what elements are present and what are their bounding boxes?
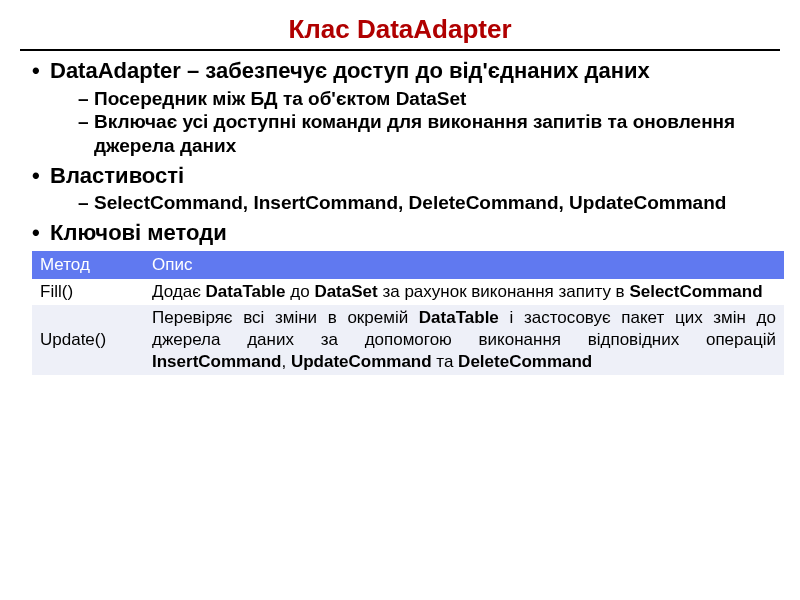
desc-bold: UpdateCommand: [291, 352, 432, 371]
bullet-item: Властивості SelectCommand, InsertCommand…: [32, 162, 786, 215]
slide-title: Клас DataAdapter: [14, 14, 786, 45]
sub-bullet-list: SelectCommand, InsertCommand, DeleteComm…: [50, 191, 786, 215]
cell-method: Fill(): [32, 279, 144, 305]
slide: Клас DataAdapter DataAdapter – забезпечу…: [0, 0, 800, 600]
desc-bold: InsertCommand: [152, 352, 281, 371]
cell-desc: Перевіряє всі зміни в окремій DataTable …: [144, 305, 784, 375]
desc-text: за рахунок виконання запиту в: [378, 282, 630, 301]
title-rule: [20, 49, 780, 51]
cell-desc: Додає DataTable до DataSet за рахунок ви…: [144, 279, 784, 305]
cell-method: Update(): [32, 305, 144, 375]
desc-text: Додає: [152, 282, 206, 301]
desc-bold: DeleteCommand: [458, 352, 592, 371]
desc-text: ,: [281, 352, 290, 371]
bullet-text: Ключові методи: [50, 220, 227, 245]
sub-bullet-item: Включає усі доступні команди для виконан…: [78, 110, 786, 158]
desc-text: до: [286, 282, 315, 301]
sub-bullet-item: Посередник між БД та об'єктом DataSet: [78, 87, 786, 111]
methods-table: Метод Опис Fill() Додає DataTable до Dat…: [32, 251, 784, 375]
table-row: Fill() Додає DataTable до DataSet за рах…: [32, 279, 784, 305]
desc-bold: DataSet: [314, 282, 377, 301]
table-header-method: Метод: [32, 251, 144, 279]
sub-bullet-item: SelectCommand, InsertCommand, DeleteComm…: [78, 191, 786, 215]
bullet-item: Ключові методи: [32, 219, 786, 247]
table-header-desc: Опис: [144, 251, 784, 279]
desc-bold: SelectCommand: [629, 282, 762, 301]
table-row: Update() Перевіряє всі зміни в окремій D…: [32, 305, 784, 375]
sub-bullet-list: Посередник між БД та об'єктом DataSet Вк…: [50, 87, 786, 158]
bullet-item: DataAdapter – забезпечує доступ до від'є…: [32, 57, 786, 158]
desc-text: та: [432, 352, 459, 371]
bullet-text: DataAdapter – забезпечує доступ до від'є…: [50, 58, 650, 83]
desc-bold: DataTable: [206, 282, 286, 301]
bullet-list: DataAdapter – забезпечує доступ до від'є…: [14, 57, 786, 247]
desc-bold: DataTable: [419, 308, 499, 327]
table-header-row: Метод Опис: [32, 251, 784, 279]
bullet-text: Властивості: [50, 163, 184, 188]
desc-text: Перевіряє всі зміни в окремій: [152, 308, 419, 327]
